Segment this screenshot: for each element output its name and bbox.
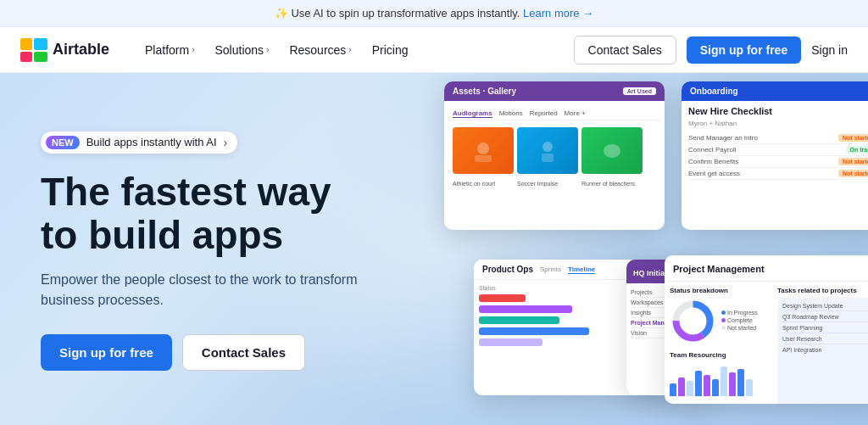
nav-actions: Contact Sales Sign up for free Sign in	[574, 36, 848, 64]
tab-reported[interactable]: Reported	[530, 109, 558, 118]
svg-rect-5	[475, 155, 492, 162]
checklist-row-1: Send Manager an Intro Not started	[688, 132, 868, 144]
hero-visuals: Assets · Gallery Art Used Audiograms Mot…	[410, 81, 868, 412]
tab-sprints[interactable]: Sprints	[540, 266, 561, 273]
status-label: Status	[479, 285, 496, 291]
gallery-label-2: Soccer Impulse	[517, 181, 578, 187]
bar-2	[678, 377, 685, 396]
onboarding-header: Onboarding	[682, 81, 868, 101]
navbar: Airtable Platform › Solutions › Resource…	[0, 27, 868, 73]
signin-button[interactable]: Sign in	[811, 43, 848, 57]
art-used-badge: Art Used	[623, 87, 656, 95]
hero-signup-button[interactable]: Sign up for free	[41, 334, 172, 371]
gallery-label-1: Athletic on court	[453, 181, 514, 187]
hero-subtitle: Empower the people closest to the work t…	[41, 270, 366, 310]
signup-button[interactable]: Sign up for free	[687, 36, 801, 64]
new-feature-badge[interactable]: NEW Build apps instantly with AI ›	[41, 131, 237, 154]
svg-point-4	[477, 143, 489, 154]
pm-header: Project Management	[665, 255, 868, 282]
gallery-label-3: Runner of bleachers	[581, 181, 643, 187]
nav-item-platform[interactable]: Platform ›	[136, 38, 203, 62]
banner-star: ✨	[275, 7, 288, 20]
airtable-logo-icon	[20, 38, 47, 62]
contact-sales-button[interactable]: Contact Sales	[574, 36, 676, 64]
bar-7	[721, 366, 727, 396]
banner-text: Use AI to spin up transformative apps in…	[291, 7, 520, 20]
hero-section: NEW Build apps instantly with AI › The f…	[0, 73, 868, 425]
svg-rect-0	[20, 38, 32, 50]
hero-contact-button[interactable]: Contact Sales	[182, 334, 305, 371]
bar-blue	[479, 327, 589, 335]
badge-text: Build apps instantly with AI	[86, 136, 217, 148]
onboarding-title: Onboarding	[690, 87, 738, 96]
tab-timeline[interactable]: Timeline	[568, 266, 595, 274]
onboarding-body: New Hire Checklist Myron + Nathan Send M…	[682, 101, 868, 185]
gallery-title: Assets · Gallery	[453, 87, 516, 96]
status-badge-2: On track	[846, 146, 868, 154]
donut-chart: In Progress Complete Not started	[670, 298, 772, 344]
bar-10	[746, 379, 753, 396]
nav-item-pricing[interactable]: Pricing	[364, 38, 417, 62]
hero-cta-buttons: Sign up for free Contact Sales	[41, 334, 366, 371]
nav-links: Platform › Solutions › Resources › Prici…	[136, 38, 574, 62]
logo-text: Airtable	[53, 41, 109, 59]
tasks-title: Tasks related to projects	[777, 287, 868, 294]
status-badge-1: Not started	[838, 134, 868, 142]
tab-more[interactable]: More +	[565, 109, 586, 118]
gallery-card-header: Assets · Gallery Art Used	[444, 81, 665, 101]
team-resourcing-title: Team Resourcing	[670, 351, 772, 359]
badge-arrow-icon: ›	[224, 136, 228, 149]
svg-rect-1	[34, 38, 47, 50]
gallery-image-2	[517, 127, 578, 174]
checklist-title: New Hire Checklist	[688, 106, 868, 116]
task-row-4: User Research	[782, 336, 868, 344]
tasks-list: Design System Update Q3 Roadmap Review S…	[777, 298, 868, 404]
bar-9	[737, 369, 744, 396]
status-badge-4: Not started	[838, 170, 868, 177]
checklist-row-3: Confirm Benefits Not started	[688, 156, 868, 168]
bar-4	[695, 371, 702, 396]
svg-point-8	[604, 144, 620, 158]
donut-legend: In Progress Complete Not started	[721, 310, 758, 333]
bar-teal	[479, 316, 559, 324]
sprints-title: Product Ops	[482, 265, 533, 274]
logo[interactable]: Airtable	[20, 38, 109, 62]
gallery-tabs: Audiograms Motions Reported More +	[449, 106, 659, 120]
chevron-down-icon: ›	[192, 45, 194, 54]
pm-card: Project Management Status breakdown In P…	[665, 255, 868, 404]
pm-title: Project Management	[673, 264, 765, 274]
svg-rect-7	[542, 154, 554, 162]
gallery-labels: Athletic on court Soccer Impulse Runner …	[449, 181, 659, 187]
gallery-image-3	[581, 127, 643, 174]
bar-lavender	[479, 338, 542, 346]
bar-5	[704, 375, 710, 396]
bar-3	[687, 381, 693, 396]
svg-point-6	[542, 142, 553, 152]
bar-chart	[670, 362, 772, 396]
tab-audiograms[interactable]: Audiograms	[453, 109, 492, 118]
donut-svg	[670, 298, 716, 344]
gallery-card: Assets · Gallery Art Used Audiograms Mot…	[444, 81, 665, 230]
banner-link[interactable]: Learn more →	[523, 7, 593, 20]
checklist-person: Myron + Nathan	[688, 120, 868, 127]
top-banner: ✨ Use AI to spin up transformative apps …	[0, 0, 868, 27]
task-row-2: Q3 Roadmap Review	[782, 314, 868, 322]
task-row-5: API Integration	[782, 347, 868, 353]
hero-content: NEW Build apps instantly with AI › The f…	[0, 131, 407, 371]
gallery-image-1	[453, 127, 514, 174]
nav-item-solutions[interactable]: Solutions ›	[207, 38, 278, 62]
bar-1	[670, 383, 676, 396]
status-badge-3: Not started	[838, 158, 868, 165]
checklist-row-4: Event get access Not started	[688, 168, 868, 180]
chevron-down-icon: ›	[266, 45, 269, 54]
svg-rect-3	[34, 52, 47, 62]
svg-rect-2	[20, 52, 32, 62]
bar-8	[729, 372, 736, 396]
onboarding-card: Onboarding New Hire Checklist Myron + Na…	[682, 81, 868, 230]
gallery-images	[449, 124, 659, 177]
tab-motions[interactable]: Motions	[499, 109, 523, 118]
nav-item-resources[interactable]: Resources ›	[281, 38, 359, 62]
chevron-down-icon: ›	[348, 45, 351, 54]
checklist-row-2: Connect Payroll On track	[688, 144, 868, 156]
bar-purple	[479, 305, 572, 313]
